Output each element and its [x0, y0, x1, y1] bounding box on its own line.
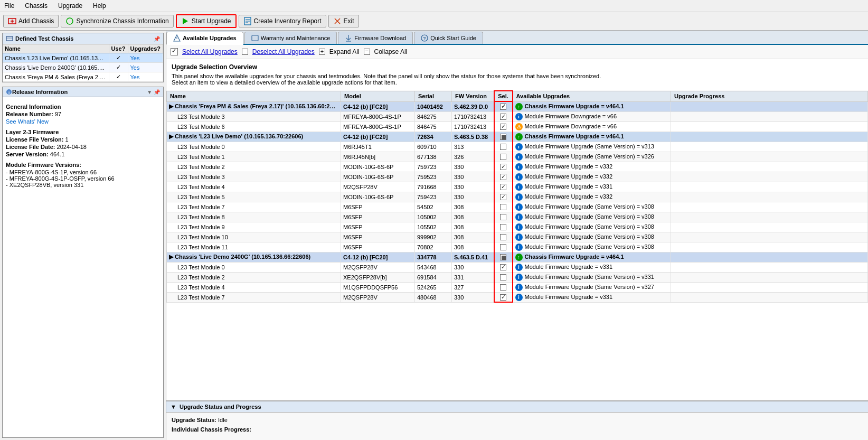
- upgrade-sel-cell[interactable]: [494, 142, 513, 152]
- tree-arrow[interactable]: ▶: [169, 254, 173, 260]
- tree-arrow[interactable]: ▶: [169, 103, 173, 109]
- upgrade-sel-cell[interactable]: [494, 182, 513, 192]
- upgrade-name-cell: L23 Test Module 1: [167, 152, 341, 162]
- chassis-upgrade-row[interactable]: ▶ Chassis 'Freya PM & Sales (Freya 2.17)…: [167, 101, 868, 111]
- upgrade-sel-cell[interactable]: [494, 222, 513, 232]
- tab-firmware[interactable]: Firmware Download: [338, 32, 413, 44]
- module-upgrade-row[interactable]: L23 Test Module 1 M6RJ45N[b] 677138 326 …: [167, 152, 868, 162]
- sel-checkbox[interactable]: [500, 114, 506, 120]
- module-upgrade-row[interactable]: L23 Test Module 3 MODIN-10G-6S-6P 759523…: [167, 172, 868, 182]
- module-upgrade-row[interactable]: L23 Test Module 11 M6SFP 70802 308 iModu…: [167, 242, 868, 252]
- module-upgrade-row[interactable]: L23 Test Module 9 M6SFP 105502 308 iModu…: [167, 222, 868, 232]
- upgrade-fw-cell: 327: [452, 282, 494, 292]
- menu-chassis[interactable]: Chassis: [23, 1, 50, 11]
- tab-warranty[interactable]: Warranty and Maintenance: [244, 32, 337, 44]
- upgrade-sel-cell[interactable]: [494, 212, 513, 222]
- sel-checkbox[interactable]: [500, 174, 506, 180]
- tab-available-upgrades[interactable]: Available Upgrades: [166, 32, 243, 45]
- upgrade-sel-cell[interactable]: [494, 262, 513, 272]
- upgrade-sel-cell[interactable]: [494, 282, 513, 292]
- upgrade-serial-cell: 480468: [415, 292, 452, 302]
- sync-chassis-button[interactable]: Synchronize Chassis Information: [61, 15, 173, 27]
- info-upgrade-icon: i: [515, 153, 523, 161]
- upgrade-serial-cell: 72634: [415, 132, 452, 142]
- sel-checkbox[interactable]: [500, 184, 506, 190]
- select-all-label[interactable]: Select All Upgrades: [182, 48, 238, 55]
- upgrade-sel-cell[interactable]: [494, 101, 513, 111]
- module-upgrade-row[interactable]: L23 Test Module 0 M6RJ45T1 609710 313 iM…: [167, 142, 868, 152]
- sel-checkbox[interactable]: [500, 274, 506, 280]
- module-upgrade-row[interactable]: L23 Test Module 6 MFREYA-800G-4S-1P 8464…: [167, 121, 868, 132]
- sel-checkbox[interactable]: [500, 254, 506, 260]
- upgrade-sel-cell[interactable]: [494, 121, 513, 132]
- sel-checkbox[interactable]: [500, 214, 506, 220]
- upgrade-available-cell: ⚠Module Firmware Downgrade = v66: [513, 121, 671, 132]
- deselect-all-checkbox[interactable]: [242, 49, 248, 55]
- sel-checkbox[interactable]: [500, 144, 506, 150]
- exit-button[interactable]: Exit: [328, 15, 359, 27]
- sel-checkbox[interactable]: [500, 104, 506, 110]
- upgrade-sel-cell[interactable]: [494, 242, 513, 252]
- module-upgrade-row[interactable]: L23 Test Module 4 M1QSFPDDQSFP56 524265 …: [167, 282, 868, 292]
- chassis-upgrade-row[interactable]: ▶ Chassis 'Live Demo 2400G' (10.165.136.…: [167, 252, 868, 262]
- chassis-row[interactable]: Chassis 'Live Demo 2400G' (10.165.136. ✓…: [3, 63, 163, 72]
- start-upgrade-button[interactable]: Start Upgrade: [176, 14, 237, 28]
- sel-checkbox[interactable]: [500, 294, 506, 301]
- module-upgrade-row[interactable]: L23 Test Module 0 M2QSFP28V 543468 330 i…: [167, 262, 868, 272]
- release-pin-btn[interactable]: ▼ 📌: [147, 89, 160, 95]
- add-chassis-button[interactable]: Add Chassis: [3, 15, 59, 27]
- module-upgrade-row[interactable]: L23 Test Module 7 M6SFP 54502 308 iModul…: [167, 202, 868, 212]
- create-report-button[interactable]: Create Inventory Report: [239, 15, 326, 27]
- upgrade-sel-cell[interactable]: [494, 202, 513, 212]
- menu-help[interactable]: Help: [91, 1, 108, 11]
- sel-checkbox[interactable]: [500, 284, 506, 291]
- chassis-pin-icon[interactable]: 📌: [154, 36, 160, 42]
- sel-checkbox[interactable]: [500, 204, 506, 210]
- module-upgrade-row[interactable]: L23 Test Module 7 M2QSFP28V 480468 330 i…: [167, 292, 868, 302]
- module-upgrade-row[interactable]: L23 Test Module 8 M6SFP 105002 308 iModu…: [167, 212, 868, 222]
- module-upgrade-row[interactable]: L23 Test Module 3 MFREYA-800G-4S-1P 8462…: [167, 111, 868, 121]
- module-upgrade-row[interactable]: L23 Test Module 2 MODIN-10G-6S-6P 759723…: [167, 162, 868, 172]
- upgrade-sel-cell[interactable]: [494, 192, 513, 202]
- sel-checkbox[interactable]: [500, 154, 506, 160]
- row-name: L23 Test Module 7: [177, 294, 225, 301]
- menu-file[interactable]: File: [2, 1, 16, 11]
- right-panel: Available Upgrades Warranty and Maintena…: [166, 31, 868, 440]
- upgrade-fw-cell: S.463.5 D.41: [452, 252, 494, 262]
- tab-guide[interactable]: ? Quick Start Guide: [414, 32, 483, 44]
- chassis-upgrade-row[interactable]: ▶ Chassis 'L23 Live Demo' (10.165.136.70…: [167, 132, 868, 142]
- module-upgrade-row[interactable]: L23 Test Module 4 M2QSFP28V 791668 330 i…: [167, 182, 868, 192]
- sel-checkbox[interactable]: [500, 194, 506, 200]
- sel-checkbox[interactable]: [500, 124, 506, 130]
- module-upgrade-row[interactable]: L23 Test Module 2 XE2QSFP28V[b] 691584 3…: [167, 272, 868, 282]
- upgrade-sel-cell[interactable]: [494, 292, 513, 302]
- chassis-row[interactable]: Chassis 'Freya PM & Sales (Freya 2.17)' …: [3, 72, 163, 82]
- upgrade-sel-cell[interactable]: [494, 252, 513, 262]
- sel-checkbox[interactable]: [500, 234, 506, 240]
- sel-checkbox[interactable]: [500, 164, 506, 170]
- upgrade-sel-cell[interactable]: [494, 162, 513, 172]
- select-all-checkbox[interactable]: ✓: [171, 48, 178, 55]
- chassis-name-cell: Chassis 'Live Demo 2400G' (10.165.136.: [3, 63, 109, 72]
- module-upgrade-row[interactable]: L23 Test Module 5 MODIN-10G-6S-6P 759423…: [167, 192, 868, 202]
- menu-upgrade[interactable]: Upgrade: [56, 1, 84, 11]
- sel-checkbox[interactable]: [500, 224, 506, 230]
- upgrade-sel-cell[interactable]: [494, 232, 513, 242]
- chassis-row[interactable]: Chassis 'L23 Live Demo' (10.165.136.70: …: [3, 53, 163, 63]
- sel-checkbox[interactable]: [500, 244, 506, 250]
- upgrade-sel-cell[interactable]: [494, 111, 513, 121]
- sel-checkbox[interactable]: [500, 134, 506, 140]
- see-whats-new-link[interactable]: See Whats' New: [6, 118, 160, 125]
- upgrade-sel-cell[interactable]: [494, 132, 513, 142]
- upgrade-sel-cell[interactable]: [494, 272, 513, 282]
- upgrade-sel-cell[interactable]: [494, 152, 513, 162]
- collapse-all-label[interactable]: Collapse All: [374, 48, 408, 55]
- collapse-bottom-icon[interactable]: ▼: [171, 404, 176, 410]
- expand-all-label[interactable]: Expand All: [329, 48, 360, 55]
- module-upgrade-row[interactable]: L23 Test Module 10 M6SFP 999902 308 iMod…: [167, 232, 868, 242]
- tree-arrow[interactable]: ▶: [169, 133, 173, 139]
- deselect-all-label[interactable]: Deselect All Upgrades: [252, 48, 315, 55]
- upgrade-sel-cell[interactable]: [494, 172, 513, 182]
- sel-checkbox[interactable]: [500, 264, 506, 270]
- release-number-label: Release Number:: [6, 111, 53, 117]
